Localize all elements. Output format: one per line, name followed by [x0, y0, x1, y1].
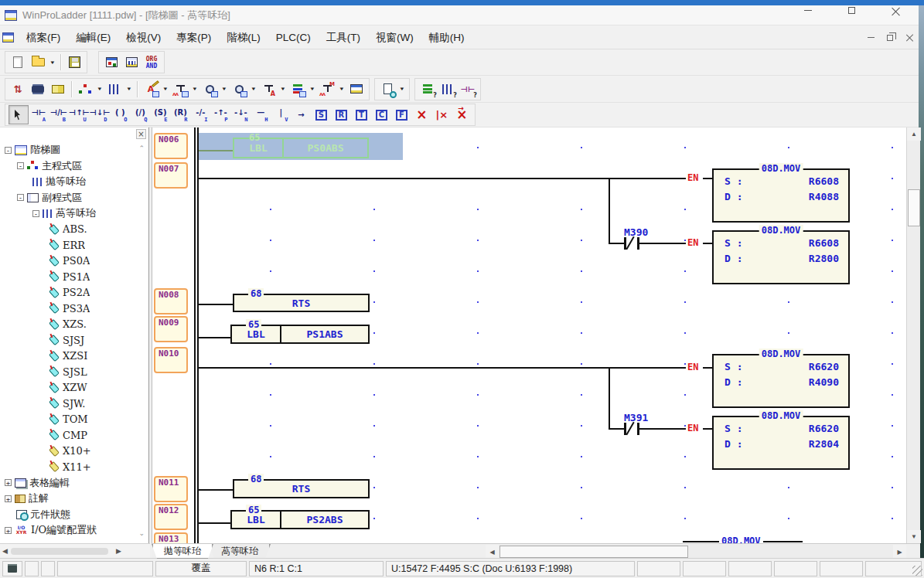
element-status-button[interactable] — [288, 80, 308, 99]
mdi-close-icon[interactable] — [905, 34, 913, 42]
maximize-button[interactable] — [830, 0, 874, 20]
mov-function-block[interactable]: 08D.MOV S :R6620 D :R4090 — [712, 354, 850, 408]
expand-icon[interactable] — [5, 495, 12, 502]
panel-close-icon[interactable]: × — [136, 129, 146, 139]
convert-ladder-button[interactable]: ⇅ — [8, 80, 28, 99]
scrollbar-thumb[interactable] — [500, 546, 688, 558]
rising-pulse-button[interactable]: -↑-P — [210, 105, 230, 124]
delete-vertical-button[interactable]: |× — [431, 105, 452, 124]
network-label[interactable]: N013 — [154, 532, 188, 543]
instruction-list-button[interactable]: ORGAND — [141, 53, 162, 72]
select-cursor-button[interactable] — [9, 105, 29, 124]
continue-line-button[interactable]: → — [291, 105, 311, 124]
network-label[interactable]: N007 — [154, 162, 188, 189]
tree-item-label[interactable]: PS1A — [0, 269, 139, 285]
tree-item-label[interactable]: PS0A — [0, 253, 139, 270]
tree-item-label[interactable]: SJSL — [0, 364, 139, 380]
menu-view[interactable]: 檢視(V) — [118, 26, 169, 49]
stop-plc-dropdown[interactable] — [249, 80, 258, 99]
save-button[interactable] — [64, 53, 84, 72]
menu-help[interactable]: 輔助(H) — [421, 26, 472, 49]
tree-item-sub-page[interactable]: 萵等咊珆 — [0, 206, 139, 222]
tree-item-label[interactable]: ERR — [0, 237, 139, 253]
network-label[interactable]: N011 — [154, 476, 188, 502]
tree-scroll-up-icon[interactable]: ⌃ — [138, 144, 145, 152]
menu-tools[interactable]: 工具(T) — [319, 26, 368, 49]
minimize-button[interactable] — [786, 0, 830, 20]
lbl-function-block[interactable]: 65 LBL PS2ABS — [230, 510, 370, 529]
stop-plc-button[interactable] — [229, 80, 249, 99]
run-plc-dropdown[interactable] — [220, 80, 229, 99]
open-file-button[interactable] — [28, 53, 48, 72]
function-instruction-button[interactable]: F — [391, 105, 411, 124]
falling-pulse-button[interactable]: -↓-N — [230, 105, 251, 124]
tree-item-label[interactable]: SJSJ — [0, 332, 139, 348]
tree-item-label[interactable]: TOM — [0, 412, 139, 428]
network-label[interactable]: N010 — [154, 347, 188, 373]
monitor-wave-dropdown[interactable] — [190, 80, 199, 99]
reset-instruction-button[interactable]: R — [331, 105, 351, 124]
counter-instruction-button[interactable]: C — [371, 105, 391, 124]
scroll-down-icon[interactable] — [907, 530, 921, 543]
scroll-left-icon[interactable] — [2, 547, 8, 555]
delete-element-button[interactable]: × — [411, 105, 431, 124]
mdi-minimize-icon[interactable] — [868, 37, 875, 38]
tab-sub-program[interactable]: 萵等咊珆 — [209, 544, 271, 559]
tab-main-program[interactable]: 拋等咊珆 — [152, 544, 213, 559]
horizontal-scrollbar[interactable] — [486, 545, 906, 559]
project-window-button[interactable] — [101, 53, 121, 72]
status-query-button[interactable]: ? — [418, 80, 438, 99]
expand-icon[interactable] — [5, 479, 12, 486]
coil-reset-button[interactable]: (R)R — [170, 105, 190, 124]
mov-function-block[interactable]: 08D.MOV S :R6608 D :R2800 — [712, 230, 850, 284]
scroll-right-icon[interactable] — [893, 545, 906, 559]
tree-item-ladder-diagram[interactable]: 階梯圖 — [0, 142, 139, 158]
monitor-register-button[interactable]: ʌʌM — [317, 80, 337, 99]
collapse-icon[interactable] — [17, 162, 24, 169]
vertical-scrollbar[interactable] — [906, 128, 920, 543]
tree-item-main-page[interactable]: 拋等咊珆 — [0, 174, 139, 190]
monitor-element-dropdown[interactable] — [278, 80, 288, 99]
tree-scroll-down-icon[interactable]: ⌄ — [138, 529, 145, 537]
tree-item-label[interactable]: PS3A — [0, 301, 139, 317]
timer-instruction-button[interactable]: T — [351, 105, 371, 124]
lbl-function-block[interactable]: 65 LBL PS0ABS — [233, 138, 369, 158]
expand-icon[interactable] — [5, 527, 12, 534]
tree-item-label[interactable]: X11+ — [0, 459, 139, 475]
tree-item-label[interactable]: XZSI — [0, 348, 139, 365]
tree-item-component-status[interactable]: 元件狀態 — [0, 507, 139, 523]
collapse-icon[interactable] — [5, 147, 12, 154]
collapse-icon[interactable] — [32, 210, 39, 217]
call-tree-dropdown[interactable] — [95, 80, 104, 99]
monitor-element-button[interactable]: A — [258, 80, 278, 99]
menu-ladder[interactable]: 階梯(L) — [219, 26, 268, 49]
tree-item-table-edit[interactable]: 表格編輯 — [0, 475, 139, 491]
tree-item-label[interactable]: CMP — [0, 427, 139, 444]
lbl-function-block[interactable]: 65 LBL PS1ABS — [230, 325, 370, 344]
syntax-check-button[interactable] — [48, 80, 68, 99]
scroll-right-icon[interactable] — [116, 547, 121, 555]
set-instruction-button[interactable]: S — [311, 105, 331, 124]
network-label[interactable]: N006 — [154, 133, 188, 159]
scrollbar-thumb[interactable] — [908, 189, 920, 226]
tree-item-sub-program[interactable]: 副程式區 — [0, 190, 139, 206]
tree-item-label[interactable]: X10+ — [0, 444, 139, 460]
run-plc-button[interactable] — [199, 80, 220, 99]
monitor-wave-button[interactable]: ʌʌ — [170, 80, 190, 99]
open-dropdown[interactable] — [48, 53, 57, 72]
find-element-button[interactable] — [377, 80, 397, 99]
menu-file[interactable]: 檔案(F) — [19, 26, 68, 49]
ladder-window-button[interactable] — [121, 53, 141, 72]
mov-function-block[interactable]: 08D.MOV S :R6608 D :R4088 — [712, 168, 850, 223]
element-status-dropdown[interactable] — [308, 80, 317, 99]
resize-grip[interactable] — [912, 566, 922, 576]
rts-function-block[interactable]: 68 RTS — [233, 294, 370, 312]
contact-falling-button[interactable]: ⊣↓⊢D — [90, 105, 111, 124]
menu-edit[interactable]: 編輯(E) — [68, 26, 118, 49]
tree-item-label[interactable]: SJW. — [0, 396, 139, 412]
delete-row-button[interactable]: × — [452, 105, 472, 124]
coil-set-button[interactable]: (S)E — [150, 105, 170, 124]
scrollbar-thumb[interactable] — [11, 548, 108, 555]
tree-horizontal-scrollbar[interactable] — [0, 543, 150, 558]
network-label[interactable]: N009 — [154, 316, 188, 342]
